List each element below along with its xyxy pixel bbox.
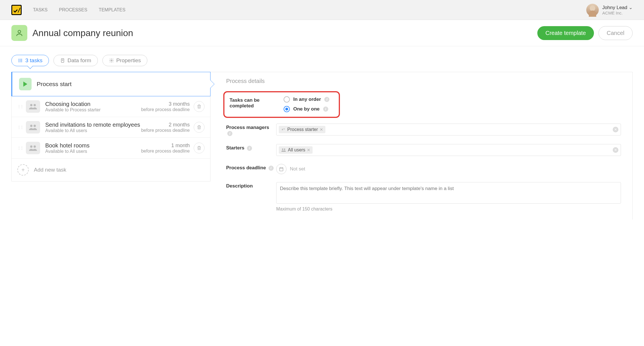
drag-handle-icon[interactable] — [17, 105, 22, 109]
svg-point-15 — [30, 145, 32, 148]
nav-templates[interactable]: TEMPLATES — [99, 7, 125, 12]
task-deadline: 2 months — [141, 122, 190, 128]
managers-label: Process managers i — [226, 124, 276, 136]
remove-tag-icon[interactable]: ✕ — [320, 127, 323, 132]
task-deadline-sub: before process deadline — [141, 149, 190, 154]
svg-point-12 — [34, 104, 36, 106]
radio-one-by-one[interactable]: One by one i — [284, 106, 334, 112]
info-icon[interactable]: i — [323, 107, 328, 112]
task-row[interactable]: Send invitations to remote employees Ava… — [12, 117, 210, 137]
svg-point-11 — [30, 104, 32, 106]
svg-point-13 — [30, 125, 32, 127]
details-heading: Process details — [226, 78, 621, 84]
description-hint: Maximum of 150 characters — [276, 207, 621, 212]
radio-icon — [284, 96, 290, 103]
clear-input-icon[interactable]: ✕ — [613, 127, 618, 132]
user-org: ACME Inc. — [602, 11, 633, 15]
delete-task-button[interactable] — [194, 143, 205, 153]
description-label: Description — [226, 182, 276, 189]
task-row[interactable]: Choosing location Available to Process s… — [12, 96, 210, 117]
radio-icon — [284, 106, 290, 112]
starter-tag: All users ✕ — [279, 146, 313, 154]
calendar-icon[interactable] — [276, 164, 286, 174]
template-icon — [11, 25, 27, 41]
svg-point-17 — [282, 149, 283, 150]
managers-input[interactable]: Process starter ✕ ✕ — [276, 124, 621, 136]
avatar — [586, 4, 599, 16]
drag-handle-icon[interactable] — [17, 125, 22, 129]
assignee-icon — [26, 142, 40, 154]
play-icon — [19, 78, 32, 90]
add-task-button[interactable]: + Add new task — [12, 158, 210, 181]
svg-point-16 — [34, 145, 36, 148]
tab-tasks[interactable]: 3 tasks — [11, 55, 49, 66]
svg-point-14 — [34, 125, 36, 127]
completion-label: Tasks can be completed — [230, 96, 284, 109]
manager-tag: Process starter ✕ — [279, 126, 325, 133]
svg-point-1 — [19, 59, 19, 60]
task-subtitle: Available to All users — [45, 149, 90, 154]
task-deadline: 3 months — [141, 101, 190, 107]
tab-dataform[interactable]: Data form — [53, 55, 98, 66]
tab-dataform-label: Data form — [67, 57, 91, 64]
radio-one-by-one-label: One by one — [293, 106, 320, 112]
info-icon[interactable]: i — [324, 97, 329, 102]
clear-input-icon[interactable]: ✕ — [613, 147, 618, 153]
task-title: Choosing location — [45, 101, 100, 107]
deadline-value: Not set — [290, 166, 305, 172]
svg-rect-19 — [280, 168, 283, 171]
info-icon[interactable]: i — [269, 166, 274, 171]
tab-properties[interactable]: Properties — [102, 55, 148, 66]
info-icon[interactable]: i — [227, 131, 232, 136]
create-template-button[interactable]: Create template — [537, 26, 594, 40]
deadline-label: Process deadline i — [226, 164, 276, 171]
add-task-label: Add new task — [34, 167, 66, 173]
page-title: Annual company reunion — [32, 28, 133, 38]
task-deadline-sub: before process deadline — [141, 128, 190, 133]
tab-properties-label: Properties — [116, 57, 141, 64]
completion-mode-highlight: Tasks can be completed In any order i On… — [223, 91, 340, 118]
info-icon[interactable]: i — [247, 146, 252, 151]
user-menu[interactable]: Johny Lead ACME Inc. — [586, 4, 633, 16]
delete-task-button[interactable] — [194, 122, 205, 133]
process-start-item[interactable]: Process start — [11, 72, 210, 96]
delete-task-button[interactable] — [194, 101, 205, 112]
svg-point-3 — [19, 60, 19, 61]
svg-point-5 — [19, 62, 19, 62]
plus-icon: + — [17, 164, 29, 176]
radio-any-order-label: In any order — [293, 97, 321, 102]
task-subtitle: Available to Process starter — [45, 107, 100, 112]
app-logo[interactable] — [11, 5, 22, 15]
svg-point-18 — [284, 149, 285, 150]
user-name: Johny Lead — [602, 5, 633, 11]
task-title: Send invitations to remote employees — [45, 122, 140, 128]
starters-label: Starters i — [226, 144, 276, 151]
task-title: Book hotel rooms — [45, 142, 90, 149]
tab-tasks-label: 3 tasks — [25, 57, 42, 64]
svg-point-0 — [18, 30, 20, 33]
task-deadline-sub: before process deadline — [141, 107, 190, 112]
task-row[interactable]: Book hotel rooms Available to All users … — [12, 137, 210, 158]
assignee-icon — [26, 100, 40, 113]
radio-any-order[interactable]: In any order i — [284, 96, 334, 103]
remove-tag-icon[interactable]: ✕ — [307, 148, 310, 152]
nav-processes[interactable]: PROCESSES — [59, 7, 87, 12]
description-input[interactable] — [276, 182, 621, 204]
svg-point-10 — [111, 60, 112, 61]
nav-tasks[interactable]: TASKS — [33, 7, 48, 12]
task-deadline: 1 month — [141, 143, 190, 149]
task-subtitle: Available to All users — [45, 128, 140, 133]
starters-input[interactable]: All users ✕ ✕ — [276, 144, 621, 156]
process-start-label: Process start — [37, 81, 72, 87]
cancel-button[interactable]: Cancel — [598, 26, 633, 40]
assignee-icon — [26, 121, 40, 134]
drag-handle-icon[interactable] — [17, 146, 22, 150]
